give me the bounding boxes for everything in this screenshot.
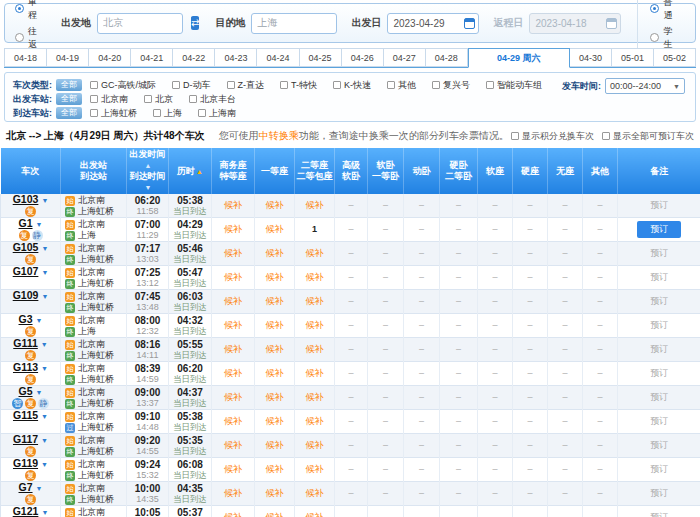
waitlist-link[interactable]: 候补 [266, 248, 284, 258]
waitlist-link[interactable]: 候补 [306, 200, 324, 210]
waitlist-link[interactable]: 候补 [224, 416, 242, 426]
waitlist-link[interactable]: 候补 [266, 392, 284, 402]
expand-caret-icon[interactable]: ▼ [41, 197, 48, 204]
date-tab-04-27[interactable]: 04-27 [384, 48, 426, 67]
waitlist-link[interactable]: 候补 [266, 440, 284, 450]
ticket-normal-radio[interactable]: 普通 [650, 0, 672, 22]
date-tab-04-25[interactable]: 04-25 [300, 48, 342, 67]
waitlist-link[interactable]: 候补 [224, 392, 242, 402]
expand-caret-icon[interactable]: ▼ [41, 365, 48, 372]
waitlist-link[interactable]: 候补 [224, 320, 242, 330]
filter-option-复兴号[interactable]: 复兴号 [432, 79, 470, 92]
train-number-link[interactable]: G115 [13, 409, 38, 421]
expand-caret-icon[interactable]: ▼ [36, 317, 43, 324]
date-tab-04-20[interactable]: 04-20 [89, 48, 131, 67]
date-tab-05-02[interactable]: 05-02 [654, 48, 696, 67]
filter-option-K-快速[interactable]: K-快速 [333, 79, 371, 92]
expand-caret-icon[interactable]: ▼ [41, 293, 48, 300]
waitlist-link[interactable]: 候补 [306, 320, 324, 330]
expand-caret-icon[interactable]: ▼ [41, 413, 48, 420]
filter-option-GC-高铁/城际[interactable]: GC-高铁/城际 [90, 79, 156, 92]
waitlist-link[interactable]: 候补 [306, 440, 324, 450]
waitlist-link[interactable]: 候补 [266, 512, 284, 517]
waitlist-link[interactable]: 候补 [266, 200, 284, 210]
date-tab-04-29[interactable]: 04-29 周六 [468, 48, 570, 68]
expand-caret-icon[interactable]: ▼ [41, 437, 48, 444]
waitlist-link[interactable]: 候补 [266, 368, 284, 378]
waitlist-link[interactable]: 候补 [306, 512, 324, 517]
ticket-student-radio[interactable]: 学生 [650, 25, 672, 51]
filter-all-badge[interactable]: 全部 [56, 107, 82, 119]
train-number-link[interactable]: G7 [19, 481, 33, 493]
waitlist-link[interactable]: 候补 [266, 224, 284, 234]
filter-option-D-动车[interactable]: D-动车 [172, 79, 211, 92]
expand-caret-icon[interactable]: ▼ [41, 269, 48, 276]
date-tab-04-26[interactable]: 04-26 [342, 48, 384, 67]
waitlist-link[interactable]: 候补 [224, 296, 242, 306]
waitlist-link[interactable]: 候补 [266, 272, 284, 282]
waitlist-link[interactable]: 候补 [306, 464, 324, 474]
date-tab-04-30[interactable]: 04-30 [570, 48, 612, 67]
date-tab-05-01[interactable]: 05-01 [612, 48, 654, 67]
waitlist-link[interactable]: 候补 [266, 296, 284, 306]
train-number-link[interactable]: G117 [13, 433, 38, 445]
filter-option-Z-直达[interactable]: Z-直达 [227, 79, 265, 92]
waitlist-link[interactable]: 候补 [224, 200, 242, 210]
to-input[interactable] [251, 13, 337, 34]
waitlist-link[interactable]: 候补 [306, 416, 324, 426]
waitlist-link[interactable]: 候补 [306, 272, 324, 282]
filter-option-其他[interactable]: 其他 [387, 79, 416, 92]
waitlist-link[interactable]: 候补 [224, 224, 242, 234]
waitlist-link[interactable]: 候补 [224, 488, 242, 498]
waitlist-link[interactable]: 候补 [224, 344, 242, 354]
train-number-link[interactable]: G113 [13, 361, 38, 373]
train-number-link[interactable]: G105 [13, 241, 39, 253]
from-input[interactable] [97, 13, 183, 34]
bookable-only-checkbox[interactable]: 显示全部可预订车次 [602, 130, 694, 143]
filter-all-badge[interactable]: 全部 [56, 79, 82, 91]
date-tab-04-18[interactable]: 04-18 [4, 48, 47, 67]
date-tab-04-24[interactable]: 04-24 [257, 48, 299, 67]
waitlist-link[interactable]: 候补 [224, 272, 242, 282]
waitlist-link[interactable]: 候补 [306, 296, 324, 306]
waitlist-link[interactable]: 候补 [224, 464, 242, 474]
filter-option-上海[interactable]: 上海 [153, 107, 182, 120]
waitlist-link[interactable]: 候补 [266, 320, 284, 330]
filter-all-badge[interactable]: 全部 [56, 93, 82, 105]
expand-caret-icon[interactable]: ▼ [41, 245, 48, 252]
filter-option-智能动车组[interactable]: 智能动车组 [486, 79, 542, 92]
train-number-link[interactable]: G3 [19, 313, 33, 325]
filter-option-北京[interactable]: 北京 [144, 93, 173, 106]
date-tab-04-21[interactable]: 04-21 [131, 48, 173, 67]
book-button[interactable]: 预订 [637, 221, 681, 238]
waitlist-link[interactable]: 候补 [266, 416, 284, 426]
expand-caret-icon[interactable]: ▼ [36, 389, 43, 396]
expand-caret-icon[interactable]: ▼ [41, 341, 48, 348]
train-number-link[interactable]: G109 [13, 289, 39, 301]
col-header-出发时间[interactable]: 出发时间▲到达时间▼ [127, 148, 169, 194]
train-number-link[interactable]: G1 [19, 217, 33, 229]
date-tab-04-22[interactable]: 04-22 [173, 48, 215, 67]
transfer-link[interactable]: 中转换乘 [259, 130, 299, 141]
date-tab-04-28[interactable]: 04-28 [426, 48, 468, 67]
waitlist-link[interactable]: 候补 [266, 464, 284, 474]
expand-caret-icon[interactable]: ▼ [41, 461, 48, 468]
waitlist-link[interactable]: 候补 [306, 248, 324, 258]
train-number-link[interactable]: G121 [13, 505, 39, 517]
waitlist-link[interactable]: 候补 [224, 512, 242, 517]
waitlist-link[interactable]: 候补 [306, 368, 324, 378]
trip-one-way-radio[interactable]: 单程 [15, 0, 37, 22]
filter-option-北京南[interactable]: 北京南 [90, 93, 128, 106]
filter-option-北京丰台[interactable]: 北京丰台 [189, 93, 236, 106]
col-header-历时[interactable]: 历时▲ [169, 148, 212, 194]
calendar-icon[interactable] [464, 18, 475, 29]
points-exchange-checkbox[interactable]: 显示积分兑换车次 [511, 130, 594, 143]
train-number-link[interactable]: G107 [13, 265, 39, 277]
waitlist-link[interactable]: 候补 [306, 488, 324, 498]
date-tab-04-19[interactable]: 04-19 [47, 48, 89, 67]
waitlist-link[interactable]: 候补 [306, 344, 324, 354]
train-number-link[interactable]: G103 [13, 193, 39, 205]
waitlist-link[interactable]: 候补 [224, 440, 242, 450]
expand-caret-icon[interactable]: ▼ [41, 509, 48, 516]
waitlist-link[interactable]: 候补 [266, 488, 284, 498]
